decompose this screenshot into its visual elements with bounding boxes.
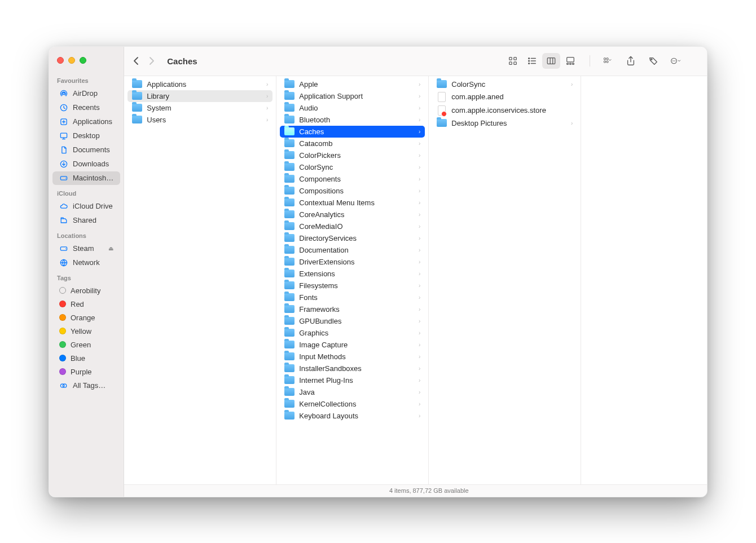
file-row[interactable]: Apple› [280, 78, 425, 90]
browser-column[interactable]: Apple›Application Support›Audio›Bluetoot… [276, 76, 429, 484]
icon-view-button[interactable] [504, 53, 522, 69]
sidebar-item[interactable]: Blue [52, 352, 120, 365]
column-view-button[interactable] [542, 53, 560, 69]
sidebar-item[interactable]: Applications [52, 115, 120, 129]
file-row[interactable]: com.apple.aned [432, 90, 577, 104]
eject-icon[interactable]: ⏏ [108, 245, 113, 251]
file-row[interactable]: com.apple.iconservices.store [432, 104, 577, 117]
file-row[interactable]: Keyboard Layouts› [280, 410, 425, 422]
file-row[interactable]: ColorSync› [280, 161, 425, 173]
file-row[interactable]: Fonts› [280, 292, 425, 303]
sidebar-item[interactable]: Shared [52, 214, 120, 227]
file-name: System [147, 104, 171, 112]
file-row[interactable]: Filesystems› [280, 280, 425, 292]
file-row[interactable]: Library› [128, 90, 272, 102]
file-row[interactable]: Extensions› [280, 268, 425, 280]
file-row[interactable]: KernelCollections› [280, 398, 425, 410]
document-icon [59, 145, 68, 154]
folder-icon [284, 246, 295, 254]
desktop-icon [59, 131, 68, 140]
file-row[interactable]: Audio› [280, 102, 425, 114]
file-row[interactable]: DirectoryServices› [280, 232, 425, 244]
file-row[interactable]: System› [128, 102, 272, 114]
file-row[interactable]: Graphics› [280, 327, 425, 339]
file-row[interactable]: Bluetooth› [280, 114, 425, 126]
zoom-button[interactable] [80, 57, 86, 64]
sidebar-item[interactable]: Desktop [52, 129, 120, 143]
file-row[interactable]: Applications› [128, 78, 272, 90]
group-by-button[interactable] [599, 53, 617, 69]
list-view-button[interactable] [523, 53, 541, 69]
sidebar-item[interactable]: Documents [52, 143, 120, 157]
sidebar-item[interactable]: Macintosh… [52, 171, 120, 185]
folder-icon [284, 329, 295, 337]
sidebar-item[interactable]: Recents [52, 101, 120, 114]
file-row[interactable]: Contextual Menu Items› [280, 197, 425, 209]
toolbar: Caches [124, 47, 707, 76]
chevron-right-icon: › [419, 271, 420, 277]
file-row[interactable]: Frameworks› [280, 303, 425, 315]
action-menu-button[interactable] [667, 53, 685, 69]
share-button[interactable] [622, 53, 640, 69]
browser-column[interactable]: ColorSync›com.apple.anedcom.apple.iconse… [429, 76, 581, 484]
file-row[interactable]: Caches› [280, 126, 425, 138]
sidebar-section-header: Locations [49, 228, 124, 241]
file-row[interactable]: Internet Plug-Ins› [280, 374, 425, 386]
sidebar-item[interactable]: Aerobility [52, 284, 120, 297]
file-row[interactable]: Desktop Pictures› [432, 117, 577, 129]
sidebar-item-label: Purple [71, 368, 92, 376]
file-row[interactable]: Compositions› [280, 185, 425, 197]
file-row[interactable]: CoreMediaIO› [280, 220, 425, 232]
hdd-icon [59, 174, 68, 183]
back-button[interactable] [132, 56, 140, 65]
chevron-right-icon: › [419, 377, 420, 383]
svg-rect-29 [604, 58, 606, 60]
file-row[interactable]: Input Methods› [280, 351, 425, 363]
close-button[interactable] [57, 57, 64, 64]
download-icon [59, 160, 68, 169]
file-row[interactable]: Java› [280, 386, 425, 398]
network-icon [59, 258, 68, 267]
file-name: Bluetooth [299, 116, 330, 124]
sidebar-item-label: Green [71, 341, 91, 349]
sidebar-item[interactable]: All Tags… [52, 379, 120, 392]
file-name: Library [147, 92, 169, 100]
file-row[interactable]: Image Capture› [280, 339, 425, 351]
tags-button[interactable] [644, 53, 662, 69]
forward-button[interactable] [148, 56, 156, 65]
file-row[interactable]: ColorSync› [432, 78, 577, 90]
sidebar-item[interactable]: Green [52, 338, 120, 351]
file-row[interactable]: Application Support› [280, 90, 425, 102]
file-row[interactable]: ColorPickers› [280, 149, 425, 161]
chevron-right-icon: › [419, 306, 420, 312]
sidebar-item[interactable]: iCloud Drive [52, 200, 120, 213]
file-row[interactable]: InstallerSandboxes› [280, 363, 425, 374]
file-row[interactable]: DriverExtensions› [280, 256, 425, 268]
sidebar-item[interactable]: Red [52, 298, 120, 311]
file-row[interactable]: Documentation› [280, 244, 425, 256]
file-row[interactable]: CoreAnalytics› [280, 209, 425, 220]
sidebar-item[interactable]: Yellow [52, 325, 120, 338]
sidebar-item[interactable]: Steam⏏ [52, 242, 120, 255]
chevron-right-icon: › [419, 247, 420, 253]
file-row[interactable]: Catacomb› [280, 138, 425, 149]
sidebar-item[interactable]: Purple [52, 365, 120, 378]
file-row[interactable]: GPUBundles› [280, 315, 425, 327]
sidebar-item[interactable]: AirDrop [52, 87, 120, 100]
browser-column[interactable] [581, 76, 707, 484]
file-name: Desktop Pictures [451, 119, 507, 127]
sidebar-item[interactable]: Downloads [52, 157, 120, 171]
sidebar-item-label: Desktop [73, 131, 100, 140]
file-name: ColorPickers [299, 151, 341, 160]
folder-icon [284, 234, 295, 242]
file-row[interactable]: Components› [280, 173, 425, 185]
sidebar-item[interactable]: Orange [52, 311, 120, 324]
gallery-view-button[interactable] [561, 53, 579, 69]
cloud-icon [59, 202, 68, 211]
folder-icon [132, 92, 142, 100]
file-name: Catacomb [299, 139, 332, 148]
minimize-button[interactable] [68, 57, 75, 64]
sidebar-item[interactable]: Network [52, 256, 120, 270]
file-row[interactable]: Users› [128, 114, 272, 126]
browser-column[interactable]: Applications›Library›System›Users› [124, 76, 276, 484]
